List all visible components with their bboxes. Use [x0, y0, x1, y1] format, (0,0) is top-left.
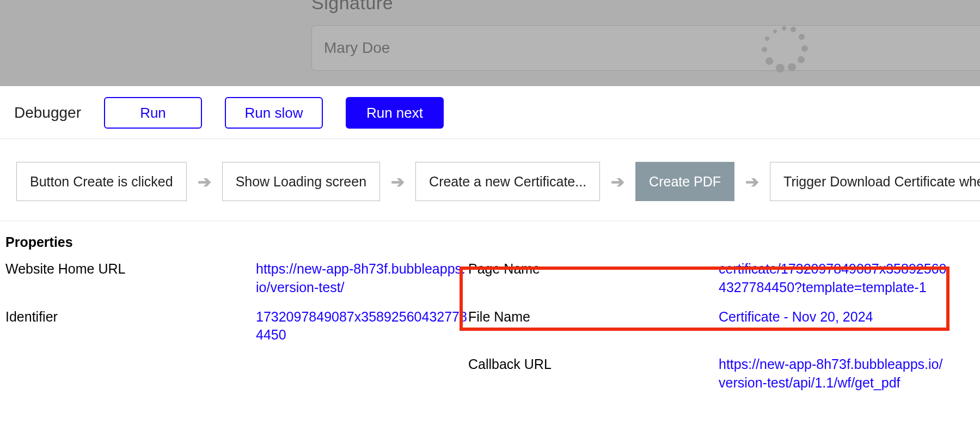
- workflow-step-3[interactable]: Create PDF: [635, 162, 734, 201]
- prop-label-website-home-url: Website Home URL: [5, 260, 256, 297]
- signature-heading: Signature: [311, 0, 393, 14]
- arrow-right-icon: ➔: [391, 172, 405, 191]
- prop-value-identifier[interactable]: 1732097849087x358925604327784450: [256, 308, 468, 345]
- prop-value-file-name[interactable]: Certificate - Nov 20, 2024: [719, 308, 947, 345]
- signature-input[interactable]: Mary Doe: [311, 25, 980, 71]
- run-next-button[interactable]: Run next: [346, 97, 444, 129]
- debugger-toolbar: Debugger Run Run slow Run next: [0, 86, 980, 139]
- workflow-step-4[interactable]: Trigger Download Certificate when: [770, 162, 980, 201]
- prop-label-file-name: File Name: [468, 308, 719, 345]
- properties-panel: Properties Website Home URL https://new-…: [0, 221, 980, 392]
- debugger-title: Debugger: [14, 104, 81, 122]
- prop-value-page-name[interactable]: certificate/1732097849087x35892560432778…: [719, 260, 947, 297]
- properties-heading: Properties: [5, 234, 975, 250]
- workflow-steps: Button Create is clicked ➔ Show Loading …: [0, 139, 980, 221]
- arrow-right-icon: ➔: [611, 172, 624, 191]
- prop-label-page-name: Page Name: [468, 260, 719, 297]
- workflow-step-1[interactable]: Show Loading screen: [222, 162, 380, 201]
- prop-label-callback-url: Callback URL: [468, 355, 719, 392]
- prop-label-identifier: Identifier: [5, 308, 256, 345]
- arrow-right-icon: ➔: [745, 172, 759, 191]
- run-slow-button[interactable]: Run slow: [225, 97, 323, 129]
- app-backdrop: Signature Mary Doe: [0, 0, 980, 86]
- prop-value-callback-url[interactable]: https://new-app-8h73f.bubbleapps.io/vers…: [719, 355, 947, 392]
- prop-value-website-home-url[interactable]: https://new-app-8h73f.bubbleapps.io/vers…: [256, 260, 468, 297]
- arrow-right-icon: ➔: [198, 172, 211, 191]
- workflow-step-0[interactable]: Button Create is clicked: [16, 162, 187, 201]
- workflow-step-2[interactable]: Create a new Certificate...: [415, 162, 600, 201]
- signature-value: Mary Doe: [324, 39, 390, 57]
- run-button[interactable]: Run: [104, 97, 202, 129]
